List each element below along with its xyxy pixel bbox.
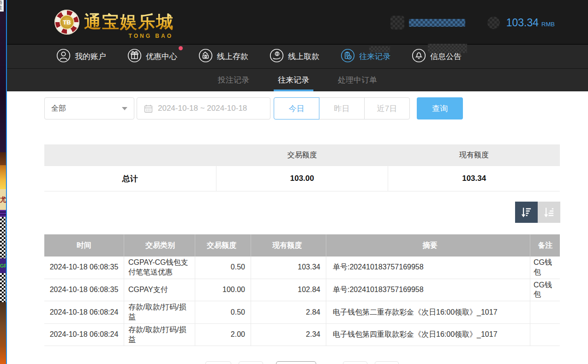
- withdraw-icon: [270, 48, 284, 65]
- chip-monogram: TB: [60, 15, 74, 30]
- logo-subtitle: TONG BAO: [129, 33, 173, 39]
- col-header-time: 时间: [44, 234, 124, 257]
- cell-balance: 103.34: [251, 257, 326, 279]
- cell-balance: 2.84: [251, 301, 326, 323]
- nav-item-withdraw[interactable]: 线上取款: [270, 48, 319, 65]
- cell-summary: 电子钱包第四重取款彩金《次日16:00领取》_1017: [326, 324, 530, 346]
- sliver-purple-block: [0, 12, 6, 152]
- tab-betting-records[interactable]: 投注记录: [214, 69, 253, 91]
- pagination-page-select[interactable]: [276, 361, 316, 364]
- search-button-label: 查询: [432, 103, 448, 114]
- page: 特性 尤 GP TB 通宝娱乐城 TONG BAO: [0, 0, 588, 364]
- sort-descending-button[interactable]: [515, 202, 538, 223]
- nav-item-deposit[interactable]: 线上存款: [198, 48, 248, 65]
- pagination-last-button[interactable]: [375, 361, 399, 364]
- col-header-amount: 交易额度: [195, 234, 251, 257]
- sliver-qr-code-2: [0, 273, 6, 302]
- cell-amount: 0.50: [195, 257, 251, 279]
- balance-currency: RMB: [541, 18, 555, 28]
- cell-type: CGPAY支付: [124, 279, 195, 301]
- site-logo[interactable]: TB 通宝娱乐城 TONG BAO: [54, 10, 174, 35]
- tab-transaction-records[interactable]: 往来记录: [274, 69, 313, 91]
- nav-item-promotions[interactable]: 优惠中心: [127, 48, 177, 65]
- top-header-bar: TB 通宝娱乐城 TONG BAO 103.34 RMB: [7, 0, 588, 45]
- pagination-next-button[interactable]: [343, 361, 367, 364]
- filter-row: 全部 2024-10-18 ~ 2024-10-18 今日 昨日 近7日 查询: [44, 97, 560, 119]
- summary-total-label: 总计: [44, 166, 216, 191]
- pagination-bar: [7, 361, 588, 364]
- cell-balance: 2.34: [251, 324, 326, 346]
- summary-header-current-balance: 现有额度: [388, 144, 560, 166]
- cell-summary: 单号:202410183757169958: [326, 279, 530, 301]
- blur-patch: [428, 44, 467, 53]
- cell-amount: 0.50: [195, 301, 251, 323]
- cell-remark: [530, 301, 560, 323]
- last7days-button[interactable]: 近7日: [364, 97, 410, 119]
- sliver-stripe: [0, 210, 6, 217]
- cell-time: 2024-10-18 06:08:24: [44, 301, 124, 323]
- sliver-banner-top: [0, 152, 6, 165]
- calendar-icon: [144, 104, 153, 113]
- cell-type: CGPAY-CG钱包支付笔笔送优惠: [124, 257, 195, 279]
- pagination-prev-button[interactable]: [239, 361, 263, 364]
- summary-table: 交易额度 现有额度 总计 103.00 103.34: [44, 144, 560, 191]
- logo-text: 通宝娱乐城 TONG BAO: [84, 11, 174, 34]
- summary-header-blank: [44, 144, 216, 166]
- summary-total-current-balance: 103.34: [388, 166, 560, 191]
- table-row: 2024-10-18 06:08:24 存款/取款/打码/损益 0.50 2.8…: [44, 301, 560, 324]
- tab-pending-orders[interactable]: 处理中订单: [334, 69, 381, 91]
- username-redacted: [409, 19, 465, 27]
- table-header-row: 时间 交易类别 交易额度 现有额度 摘要 备注: [44, 234, 560, 257]
- col-header-balance: 现有额度: [251, 234, 326, 257]
- cell-type: 存款/取款/打码/损益: [124, 324, 195, 346]
- cell-remark: CG钱包: [530, 257, 560, 279]
- today-button[interactable]: 今日: [274, 97, 319, 119]
- quick-button-label: 今日: [289, 103, 305, 114]
- search-button[interactable]: 查询: [417, 97, 463, 119]
- blur-patch: [369, 46, 390, 52]
- type-select[interactable]: 全部: [44, 97, 134, 119]
- cell-type: 存款/取款/打码/损益: [124, 301, 195, 323]
- table-row: 2024-10-18 06:08:35 CGPAY-CG钱包支付笔笔送优惠 0.…: [44, 257, 560, 279]
- tab-label: 投注记录: [218, 75, 249, 85]
- sliver-qr-code: [0, 217, 6, 258]
- nav-item-label: 线上存款: [217, 51, 248, 62]
- quick-range-group: 今日 昨日 近7日: [274, 97, 410, 119]
- main-navigation: 我的账户 优惠中心 线上存款 线上取款 往来记录 信息公告: [7, 45, 588, 68]
- balance-refresh-icon[interactable]: [487, 17, 500, 29]
- sort-descending-icon: [520, 206, 533, 219]
- type-select-value: 全部: [51, 104, 66, 113]
- sort-ascending-button[interactable]: [538, 202, 560, 223]
- nav-item-label: 优惠中心: [146, 51, 177, 62]
- cell-remark: CG钱包: [530, 279, 560, 301]
- sliver-gp-label: GP: [0, 258, 6, 273]
- cell-time: 2024-10-18 06:08:24: [44, 324, 124, 346]
- col-header-summary: 摘要: [326, 234, 530, 257]
- tab-label: 往来记录: [278, 75, 309, 85]
- user-info-area: 103.34 RMB: [390, 16, 555, 30]
- cell-balance: 102.84: [251, 279, 326, 301]
- summary-header-transaction-amount: 交易额度: [216, 144, 388, 166]
- notification-dot: [179, 46, 183, 50]
- nav-item-my-account[interactable]: 我的账户: [56, 48, 106, 65]
- nav-item-label: 我的账户: [75, 51, 106, 62]
- cell-amount: 100.00: [195, 279, 251, 301]
- cell-time: 2024-10-18 06:08:35: [44, 279, 124, 301]
- records-icon: [341, 48, 355, 65]
- yesterday-button[interactable]: 昨日: [319, 97, 365, 119]
- logo-title: 通宝娱乐城: [84, 12, 174, 31]
- cell-summary: 单号:202410183757169958: [326, 257, 530, 279]
- col-header-type: 交易类别: [124, 234, 195, 257]
- col-header-remark: 备注: [530, 234, 560, 257]
- table-row: 2024-10-18 06:08:24 存款/取款/打码/损益 2.00 2.3…: [44, 324, 560, 346]
- sort-controls: [515, 202, 560, 223]
- record-tabs: 投注记录 往来记录 处理中订单: [7, 68, 588, 91]
- nav-item-label: 往来记录: [359, 51, 390, 62]
- tab-label: 处理中订单: [338, 75, 377, 85]
- gift-icon: [127, 48, 142, 65]
- date-range-input[interactable]: 2024-10-18 ~ 2024-10-18: [137, 97, 270, 119]
- app-window: TB 通宝娱乐城 TONG BAO 103.34 RMB 我的账户: [7, 0, 588, 364]
- background-window-sliver: 特性 尤 GP: [0, 0, 6, 364]
- pagination-first-button[interactable]: [205, 361, 231, 364]
- user-avatar: [390, 16, 404, 30]
